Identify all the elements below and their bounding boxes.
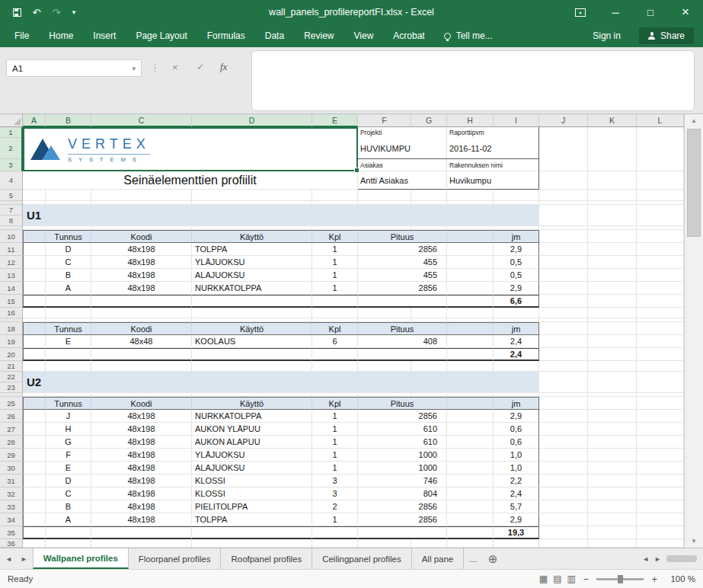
cell[interactable]: Pituus bbox=[358, 397, 447, 410]
cell[interactable] bbox=[447, 513, 494, 526]
info-cell[interactable]: HUVIKUMPU bbox=[358, 138, 447, 158]
total-cell[interactable]: 19,3 bbox=[494, 526, 539, 539]
cell[interactable]: 48x198 bbox=[91, 423, 192, 436]
cell[interactable]: 48x198 bbox=[91, 243, 192, 256]
cell[interactable]: 2,9 bbox=[494, 513, 539, 526]
cell[interactable] bbox=[588, 335, 637, 348]
cell[interactable]: Koodi bbox=[91, 322, 192, 335]
cell[interactable] bbox=[539, 269, 588, 282]
row-header[interactable]: 28 bbox=[0, 436, 23, 449]
row-header[interactable]: 78 bbox=[0, 205, 23, 226]
cell[interactable]: jm bbox=[494, 230, 539, 243]
cell[interactable] bbox=[23, 243, 46, 256]
close-icon[interactable]: × bbox=[668, 0, 703, 24]
cell[interactable]: 2,4 bbox=[494, 335, 539, 348]
zoom-out-icon[interactable]: − bbox=[583, 574, 590, 585]
sheet-tab-floorpanel-profiles[interactable]: Floorpanel profiles bbox=[129, 548, 222, 569]
cell[interactable] bbox=[447, 348, 494, 361]
cell[interactable]: 455 bbox=[358, 269, 447, 282]
row-header[interactable]: 11 bbox=[0, 243, 23, 256]
ribbon-tab-file[interactable]: File bbox=[5, 24, 39, 47]
cell[interactable] bbox=[358, 539, 411, 548]
cell[interactable]: 1,0 bbox=[494, 449, 539, 462]
cell[interactable] bbox=[358, 361, 411, 372]
info-block[interactable]: ProjektiRaporttipvmHUVIKUMPU2016-11-02As… bbox=[358, 127, 539, 171]
cell[interactable]: NURKKATOLPPA bbox=[192, 410, 312, 423]
cell[interactable]: 48x198 bbox=[91, 410, 192, 423]
cell[interactable] bbox=[494, 308, 539, 318]
cell[interactable] bbox=[637, 348, 684, 361]
cell[interactable] bbox=[447, 308, 494, 318]
ribbon-tab-insert[interactable]: Insert bbox=[83, 24, 126, 47]
cell[interactable]: H bbox=[46, 423, 91, 436]
row-header[interactable]: 32 bbox=[0, 487, 23, 500]
cell[interactable] bbox=[358, 348, 447, 361]
row-header[interactable]: 36 bbox=[0, 539, 23, 548]
info-cell[interactable]: Projekti bbox=[358, 127, 447, 138]
new-sheet-icon[interactable]: ⊕ bbox=[482, 548, 504, 569]
cell[interactable] bbox=[637, 269, 684, 282]
cell[interactable] bbox=[637, 462, 684, 475]
section-header-u2[interactable]: U2 bbox=[23, 372, 539, 393]
cell[interactable] bbox=[23, 308, 46, 318]
cell[interactable] bbox=[637, 526, 684, 539]
cell[interactable] bbox=[588, 462, 637, 475]
hscroll-left-icon[interactable]: ◄ bbox=[642, 555, 649, 563]
cell[interactable]: D bbox=[46, 243, 91, 256]
zoom-slider-thumb[interactable] bbox=[618, 575, 623, 583]
cell[interactable]: 48x198 bbox=[91, 256, 192, 269]
vertical-scroll-thumb[interactable] bbox=[687, 129, 701, 237]
formula-input[interactable] bbox=[251, 50, 695, 111]
cell[interactable] bbox=[192, 190, 312, 201]
cell[interactable] bbox=[192, 348, 312, 361]
ribbon-tab-home[interactable]: Home bbox=[39, 24, 83, 47]
cell[interactable] bbox=[588, 526, 637, 539]
cell[interactable]: ALAJUOKSU bbox=[192, 269, 312, 282]
cell[interactable] bbox=[539, 243, 588, 256]
column-header-k[interactable]: K bbox=[588, 114, 637, 127]
cell[interactable]: 48x198 bbox=[91, 449, 192, 462]
sign-in-link[interactable]: Sign in bbox=[593, 30, 621, 41]
cell[interactable]: Tunnus bbox=[46, 397, 91, 410]
cell[interactable] bbox=[637, 256, 684, 269]
row-header[interactable]: 13 bbox=[0, 269, 23, 282]
cell[interactable]: 1 bbox=[312, 436, 358, 449]
cell[interactable] bbox=[637, 361, 684, 372]
cell[interactable] bbox=[588, 449, 637, 462]
cell[interactable] bbox=[539, 475, 588, 487]
cell[interactable]: 48x198 bbox=[91, 475, 192, 487]
cell[interactable] bbox=[588, 127, 637, 171]
cell[interactable] bbox=[447, 462, 494, 475]
cell[interactable] bbox=[23, 423, 46, 436]
cell[interactable]: A bbox=[46, 282, 91, 295]
share-button[interactable]: Share bbox=[639, 27, 694, 44]
cell[interactable]: 2,9 bbox=[494, 282, 539, 295]
column-header-j[interactable]: J bbox=[539, 114, 588, 127]
cell[interactable]: Tunnus bbox=[46, 230, 91, 243]
cell[interactable] bbox=[91, 361, 192, 372]
cell[interactable] bbox=[539, 410, 588, 423]
cell[interactable] bbox=[637, 308, 684, 318]
cell[interactable]: TOLPPA bbox=[192, 243, 312, 256]
cell[interactable] bbox=[539, 282, 588, 295]
cell[interactable]: 2856 bbox=[358, 410, 447, 423]
cell[interactable]: 1 bbox=[312, 256, 358, 269]
cell[interactable]: 408 bbox=[358, 335, 447, 348]
cell[interactable] bbox=[637, 190, 684, 201]
cell[interactable] bbox=[447, 335, 494, 348]
row-header[interactable]: 2223 bbox=[0, 372, 23, 393]
cell[interactable] bbox=[91, 190, 192, 201]
cell[interactable] bbox=[539, 500, 588, 513]
row-header[interactable]: 26 bbox=[0, 410, 23, 423]
cell[interactable] bbox=[447, 436, 494, 449]
enter-icon[interactable]: ✓ bbox=[197, 62, 204, 72]
cell[interactable] bbox=[192, 295, 312, 308]
cell[interactable]: Käyttö bbox=[192, 322, 312, 335]
undo-icon[interactable]: ↶ bbox=[27, 7, 46, 18]
cancel-icon[interactable]: × bbox=[172, 62, 178, 73]
cell[interactable] bbox=[539, 205, 588, 226]
cell[interactable]: 0,5 bbox=[494, 269, 539, 282]
cell[interactable] bbox=[91, 348, 192, 361]
customize-qat-icon[interactable]: ▾ bbox=[67, 8, 81, 16]
cell[interactable] bbox=[312, 539, 358, 548]
